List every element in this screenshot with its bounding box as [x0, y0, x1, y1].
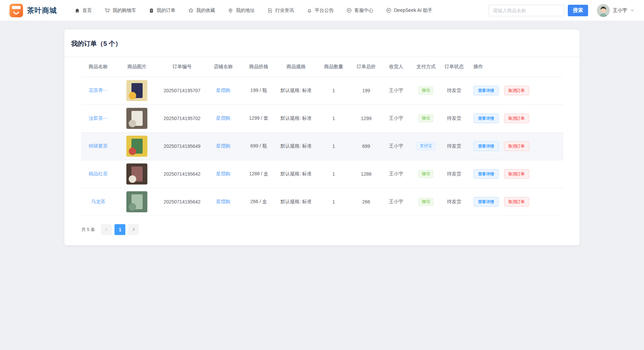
product-price: 199 / 瓶 — [250, 88, 267, 93]
chevron-down-icon — [630, 8, 635, 13]
order-total: 199 — [362, 88, 370, 93]
shop-name-link[interactable]: 星熠购 — [216, 115, 230, 121]
product-quantity: 1 — [332, 88, 335, 93]
search-button[interactable]: 搜索 — [568, 5, 588, 16]
view-details-button[interactable]: 查看详情 — [474, 141, 499, 151]
nav-item-bell[interactable]: 平台公告 — [307, 7, 334, 14]
product-spec: 默认规格: 标准 — [281, 171, 312, 176]
payment-badge: 支付宝 — [416, 142, 435, 150]
product-image — [126, 80, 147, 101]
pagination-next-button[interactable] — [128, 224, 139, 235]
view-details-button[interactable]: 查看详情 — [474, 114, 499, 123]
cancel-order-button[interactable]: 取消订单 — [504, 141, 529, 151]
shop-name-link[interactable]: 星熠购 — [216, 88, 230, 93]
payment-badge: 微信 — [418, 86, 433, 95]
order-total: 1299 — [361, 116, 371, 121]
column-header: 商品价格 — [241, 57, 276, 77]
order-number: 20250714195642 — [164, 171, 201, 177]
nav-item-support[interactable]: 客服中心 — [346, 7, 373, 14]
chevron-right-icon — [131, 227, 136, 232]
order-status: 待发货 — [447, 143, 461, 149]
product-price: 266 / 盒 — [250, 199, 267, 204]
product-price: 699 / 瓶 — [250, 143, 267, 149]
product-image — [126, 136, 147, 157]
order-total: 1288 — [361, 171, 371, 177]
receiver-name: 王小宇 — [389, 115, 403, 121]
product-image — [126, 108, 147, 129]
column-header: 收货人 — [381, 57, 411, 77]
product-name-link[interactable]: 精品红茶 — [89, 171, 108, 176]
support-icon — [346, 7, 352, 13]
nav-item-star[interactable]: 我的收藏 — [188, 7, 215, 14]
cancel-order-button[interactable]: 取消订单 — [504, 86, 529, 95]
view-details-button[interactable]: 查看详情 — [474, 86, 499, 95]
product-name-link[interactable]: 特级黄茶 — [89, 143, 108, 149]
nav-item-location[interactable]: 我的地址 — [228, 7, 255, 14]
cart-icon — [104, 7, 110, 13]
pagination-prev-button[interactable] — [101, 224, 112, 235]
product-image — [126, 191, 147, 212]
location-icon — [228, 7, 233, 13]
search-input[interactable] — [489, 5, 564, 16]
column-header: 操作 — [468, 57, 563, 77]
shop-name-link[interactable]: 星熠购 — [216, 171, 230, 176]
brand[interactable]: 茶叶商城 — [9, 4, 57, 17]
user-avatar — [597, 4, 610, 17]
cancel-order-button[interactable]: 取消订单 — [504, 114, 529, 123]
shop-name-link[interactable]: 星熠购 — [216, 199, 230, 204]
bell-icon — [307, 7, 312, 13]
user-menu[interactable]: 王小宇 — [597, 4, 635, 17]
nav-item-ai-chat[interactable]: DeepSeek AI 助手 — [386, 7, 433, 14]
product-price: 1288 / 盒 — [249, 171, 268, 176]
product-spec: 默认规格: 标准 — [281, 143, 312, 149]
view-details-button[interactable]: 查看详情 — [474, 169, 499, 179]
cancel-order-button[interactable]: 取消订单 — [504, 197, 529, 207]
view-details-button[interactable]: 查看详情 — [474, 197, 499, 207]
top-bar: 茶叶商城 首页 我的购物车 我的订单 我的收藏 我的地址 行业资讯 平台公告 客… — [0, 0, 644, 21]
product-name-link[interactable]: 乌龙茶 — [91, 199, 105, 204]
ai-chat-icon — [386, 7, 392, 13]
pagination-page-1[interactable]: 1 — [115, 224, 125, 235]
order-status: 待发货 — [447, 88, 461, 93]
shop-name-link[interactable]: 星熠购 — [216, 143, 230, 149]
order-status: 待发货 — [447, 115, 461, 121]
product-quantity: 1 — [332, 171, 335, 177]
table-header: 商品名称商品图片订单编号店铺名称商品价格商品规格商品数量订单总价收货人支付方式订… — [81, 57, 563, 77]
column-header: 商品名称 — [81, 57, 115, 77]
nav-item-home[interactable]: 首页 — [75, 7, 92, 14]
product-spec: 默认规格: 标准 — [281, 115, 312, 121]
product-price: 1299 / 套 — [249, 115, 268, 121]
order-number: 20250714195642 — [164, 199, 201, 205]
column-header: 商品规格 — [276, 57, 316, 77]
search-area: 搜索 — [489, 5, 588, 16]
receiver-name: 王小宇 — [389, 88, 403, 93]
nav-item-cart[interactable]: 我的购物车 — [104, 7, 136, 14]
receiver-name: 王小宇 — [389, 199, 403, 204]
order-number: 20250714195649 — [164, 143, 201, 149]
column-header: 订单编号 — [159, 57, 205, 77]
product-quantity: 1 — [332, 116, 335, 121]
order-row: 乌龙茶 20250714195642 星熠购 266 / 盒 默认规格: 标准 … — [81, 188, 563, 216]
nav-item-orders[interactable]: 我的订单 — [149, 7, 175, 14]
product-spec: 默认规格: 标准 — [281, 199, 312, 204]
payment-badge: 微信 — [418, 198, 433, 206]
home-icon — [75, 8, 80, 13]
order-number: 20250714195707 — [164, 88, 201, 93]
star-icon — [188, 7, 194, 13]
orders-card: 我的订单（5 个） 商品名称商品图片订单编号店铺名称商品价格商品规格商品数量订单… — [64, 30, 580, 245]
column-header: 店铺名称 — [205, 57, 242, 77]
order-row: 特级黄茶 20250714195649 星熠购 699 / 瓶 默认规格: 标准… — [81, 132, 563, 160]
column-header: 支付方式 — [411, 57, 441, 77]
column-header: 商品图片 — [115, 57, 159, 77]
receiver-name: 王小宇 — [389, 143, 403, 149]
nav-item-news[interactable]: 行业资讯 — [267, 7, 294, 14]
cancel-order-button[interactable]: 取消订单 — [504, 169, 529, 179]
payment-badge: 微信 — [418, 114, 433, 122]
pagination-total: 共 5 条 — [81, 227, 95, 233]
payment-badge: 微信 — [418, 170, 433, 178]
product-quantity: 1 — [332, 143, 335, 149]
product-name-link[interactable]: 汝窑茶⋯ — [89, 115, 108, 121]
order-row: 汝窑茶⋯ 20250714195702 星熠购 1299 / 套 默认规格: 标… — [81, 104, 563, 132]
product-name-link[interactable]: 花茶养⋯ — [89, 88, 108, 93]
user-name: 王小宇 — [613, 7, 627, 14]
